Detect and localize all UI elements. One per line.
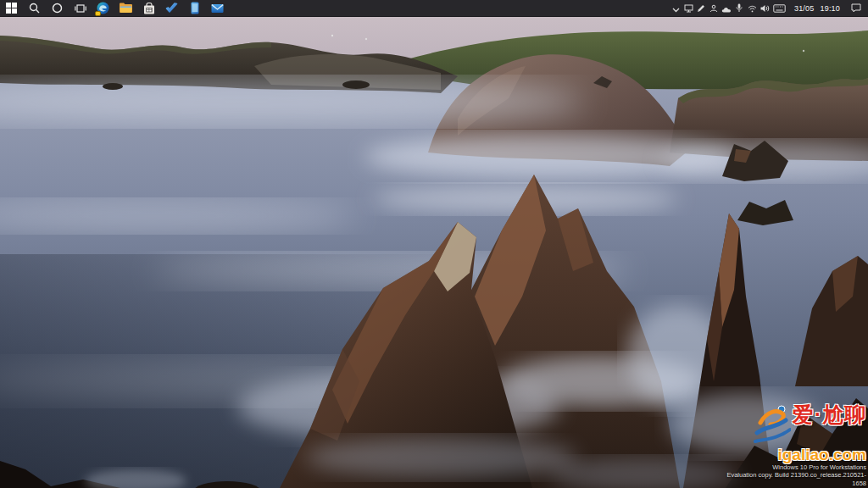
- desktop-screen: 31/05 19:10: [0, 0, 868, 488]
- microsoft-store-icon: [143, 3, 155, 14]
- windows-logo-icon: [6, 3, 17, 14]
- show-hidden-icons-button[interactable]: [670, 0, 682, 17]
- file-explorer-button[interactable]: [114, 0, 137, 17]
- chevron-icon: [672, 1, 680, 16]
- cloud-icon: [721, 1, 732, 16]
- to-do-button[interactable]: [160, 0, 183, 17]
- action-center-icon: [851, 1, 861, 16]
- speaker-icon: [760, 1, 770, 16]
- tray-microphone[interactable]: [733, 0, 746, 17]
- taskbar-date: 31/05: [794, 4, 815, 13]
- tray-people[interactable]: [708, 0, 721, 17]
- microsoft-store-button[interactable]: [137, 0, 160, 17]
- tray-volume[interactable]: [759, 0, 771, 17]
- system-tray: 31/05 19:10: [670, 0, 868, 16]
- phone-icon: [191, 2, 199, 14]
- tray-network[interactable]: [746, 0, 759, 17]
- windows-watermark: Windows 10 Pro for Workstations Evaluati…: [714, 463, 866, 487]
- taskbar-left: [0, 0, 229, 16]
- brand-watermark-block: 爱·尬聊 igaliao.com Windows 10 Pro for Work…: [714, 404, 866, 487]
- edge-button[interactable]: [92, 0, 114, 17]
- search-icon: [29, 3, 40, 14]
- brand-domain: igaliao.com: [777, 446, 866, 463]
- start-button[interactable]: [0, 0, 23, 17]
- search-button[interactable]: [23, 0, 46, 17]
- tray-pen[interactable]: [695, 0, 708, 17]
- taskbar-time: 19:10: [820, 4, 840, 13]
- tray-display-device[interactable]: [682, 0, 695, 17]
- brand-title: 爱·尬聊: [793, 404, 866, 425]
- tray-onedrive[interactable]: [721, 0, 733, 17]
- person-icon: [709, 1, 718, 16]
- edge-notification-badge: [95, 11, 101, 16]
- mail-envelope-icon: [211, 3, 224, 14]
- cortana-button[interactable]: [46, 0, 69, 17]
- your-phone-button[interactable]: [183, 0, 206, 17]
- microphone-icon: [736, 1, 743, 16]
- taskbar: 31/05 19:10: [0, 0, 868, 17]
- network-wifi-icon: [748, 1, 757, 16]
- display-device-icon: [684, 1, 693, 16]
- mail-button[interactable]: [206, 0, 229, 17]
- tray-touch-keyboard[interactable]: [771, 0, 788, 17]
- cortana-circle-icon: [52, 3, 63, 14]
- running-figure-logo-icon: [754, 404, 791, 448]
- brand-row: 爱·尬聊: [754, 404, 866, 448]
- task-view-icon: [75, 3, 86, 14]
- to-do-checkmark-icon: [165, 3, 178, 14]
- watermark-edition: Windows 10 Pro for Workstations: [714, 463, 866, 471]
- watermark-build: Evaluation copy. Build 21390.co_release.…: [714, 471, 866, 487]
- taskbar-clock[interactable]: 31/05 19:10: [788, 0, 846, 17]
- task-view-button[interactable]: [69, 0, 92, 17]
- action-center-button[interactable]: [846, 0, 866, 17]
- file-explorer-icon: [120, 3, 132, 14]
- touch-keyboard-icon: [773, 1, 786, 16]
- pen-icon: [697, 1, 705, 16]
